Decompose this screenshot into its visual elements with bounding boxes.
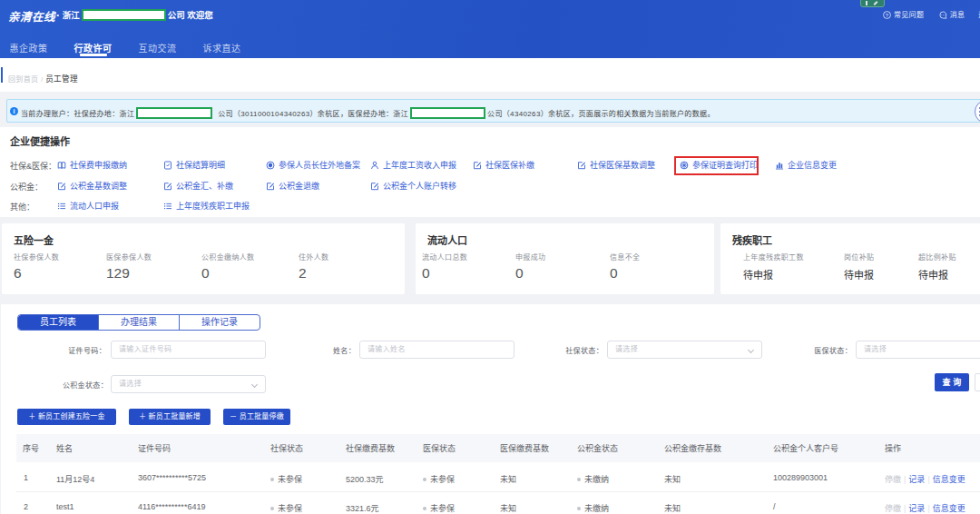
svg-text:?: ? (886, 13, 889, 18)
